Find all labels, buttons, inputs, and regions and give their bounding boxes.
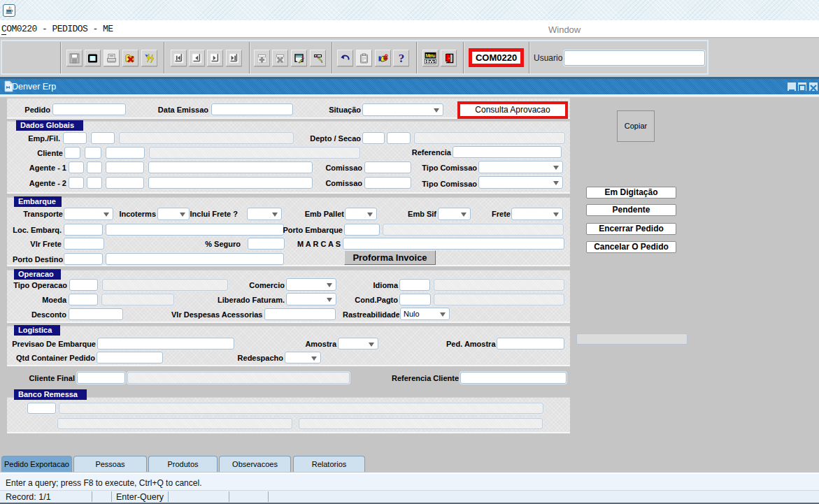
svg-text:?: ? [398,52,404,64]
svg-text:Menu: Menu [426,53,436,58]
